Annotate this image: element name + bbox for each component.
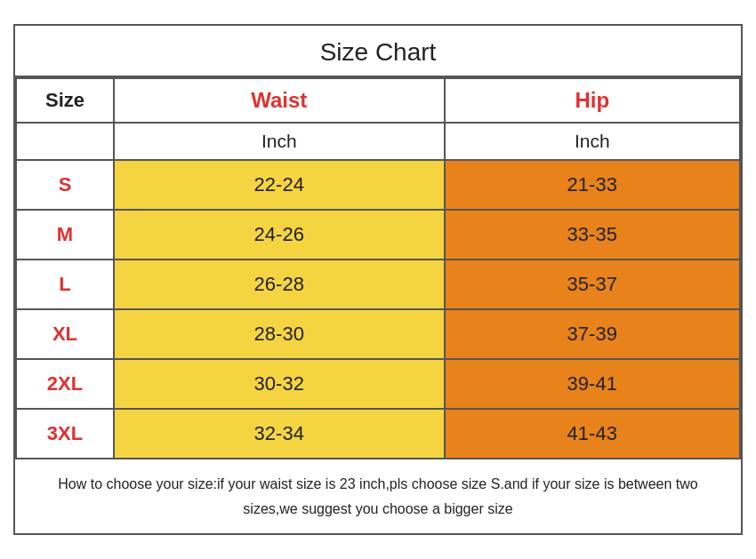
waist-cell: 26-28 [114, 260, 445, 309]
waist-cell: 30-32 [114, 359, 445, 409]
table-row: S22-2421-33 [16, 160, 740, 210]
header-hip: Hip [445, 78, 740, 123]
header-size: Size [16, 78, 114, 123]
chart-title: Size Chart [15, 26, 741, 77]
hip-cell: 33-35 [445, 210, 740, 260]
waist-cell: 22-24 [114, 160, 445, 210]
table-body: S22-2421-33M24-2633-35L26-2835-37XL28-30… [16, 160, 740, 459]
waist-cell: 32-34 [114, 409, 445, 459]
size-chart-container: Size Chart Size Waist Hip Inch Inch S22-… [13, 24, 743, 534]
waist-cell: 28-30 [114, 309, 445, 359]
table-row: 3XL32-3441-43 [16, 409, 740, 459]
table-row: 2XL30-3239-41 [16, 359, 740, 409]
waist-unit: Inch [114, 123, 445, 160]
hip-cell: 39-41 [445, 359, 740, 409]
table-row: XL28-3037-39 [16, 309, 740, 359]
hip-unit: Inch [445, 123, 740, 160]
hip-cell: 35-37 [445, 260, 740, 309]
hip-cell: 41-43 [445, 409, 740, 459]
footnote: How to choose your size:if your waist si… [15, 459, 741, 532]
subheader-row: Inch Inch [16, 123, 740, 160]
waist-cell: 24-26 [114, 210, 445, 260]
size-cell: M [16, 210, 114, 260]
header-row: Size Waist Hip [16, 78, 740, 123]
size-cell: 2XL [16, 359, 114, 409]
hip-cell: 37-39 [445, 309, 740, 359]
size-table: Size Waist Hip Inch Inch S22-2421-33M24-… [15, 77, 741, 459]
size-cell: 3XL [16, 409, 114, 459]
subheader-size-blank [16, 123, 114, 160]
table-row: L26-2835-37 [16, 260, 740, 309]
size-cell: L [16, 260, 114, 309]
size-cell: XL [16, 309, 114, 359]
header-waist: Waist [114, 78, 445, 123]
table-row: M24-2633-35 [16, 210, 740, 260]
hip-cell: 21-33 [445, 160, 740, 210]
size-cell: S [16, 160, 114, 210]
